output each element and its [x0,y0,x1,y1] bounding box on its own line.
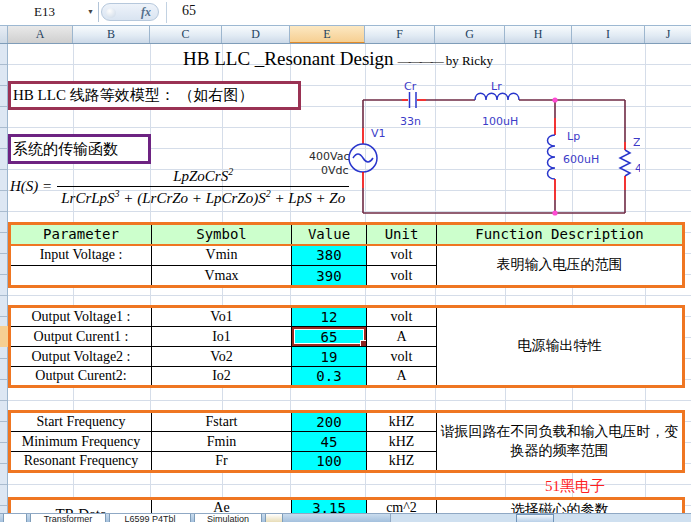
v1-ac-value: 400Vac [309,150,349,163]
cr-value: 33n [400,115,421,128]
lr-inductor-icon [475,93,519,100]
cell-value[interactable]: 45 [292,432,367,452]
pill-ornament [106,8,116,18]
cell-symbol[interactable]: Fmin [152,432,292,452]
insert-worksheet-tab[interactable] [265,514,283,522]
fx-icon[interactable]: fx [141,5,151,20]
cell-description[interactable]: 谐振回路在不同负载和输入电压时，变换器的频率范围 [437,412,684,472]
zo-resistor-icon [620,150,630,176]
cell-param[interactable]: TR Data [10,499,152,514]
column-header-row: A B C D E F G H I J [0,26,691,44]
circuit-node-dot [552,210,557,215]
formula-input[interactable]: 65 [182,3,196,19]
lp-inductor-icon [548,135,556,179]
cell-symbol[interactable]: Fr [152,452,292,472]
header-description[interactable]: Function Description [437,224,684,245]
sheet-tab-l6599[interactable]: L6599 P4Tbl [109,514,191,522]
header-corner[interactable] [0,26,8,43]
cell-symbol[interactable]: Io2 [152,367,292,387]
lr-label: Lr [491,80,502,93]
column-header-c[interactable]: C [150,26,222,43]
column-header-a[interactable]: A [8,26,73,43]
scrollbar-thumb[interactable] [516,514,554,522]
cell-symbol[interactable]: Io1 [152,327,292,347]
cell-value[interactable]: 19 [292,347,367,367]
sheet-tab-transformer[interactable]: Transformer [30,514,106,522]
header-value[interactable]: Value [292,224,367,245]
cell-param[interactable]: Output Voltage1 : [10,307,152,327]
header-unit[interactable]: Unit [367,224,437,245]
name-box-dropdown-icon[interactable]: ▼ [87,8,94,16]
header-symbol[interactable]: Symbol [152,224,292,245]
circuit-node-dot [552,97,557,102]
cell-param[interactable]: Minimum Frequency [10,432,152,452]
cell-symbol[interactable]: Vmax [152,266,292,287]
cell-description[interactable]: 电源输出特性 [437,307,684,387]
column-header-f[interactable]: F [365,26,435,43]
cell-value[interactable]: 100 [292,452,367,472]
v1-label: V1 [371,127,386,140]
sheet-tab-partial[interactable] [3,514,27,522]
sheet-title: HB LLC _Resonant Design ———— by Ricky [138,48,538,70]
column-header-j[interactable]: J [645,26,691,43]
column-header-e[interactable]: E [290,26,365,43]
insert-function-button[interactable]: fx [101,3,159,21]
cell-value[interactable]: 0.3 [292,367,367,387]
lp-label: Lp [567,130,580,143]
name-box[interactable]: E13 ▼ [2,2,99,22]
cell-unit[interactable]: kHZ [367,412,437,432]
lp-value: 600uH [563,153,599,166]
cell-unit[interactable]: volt [367,347,437,367]
cell-unit[interactable]: A [367,367,437,387]
column-header-h[interactable]: H [505,26,572,43]
worksheet-grid[interactable]: HB LLC _Resonant Design ———— by Ricky HB… [8,44,691,513]
cell-unit[interactable]: kHZ [367,452,437,472]
cell-unit[interactable]: volt [367,307,437,327]
cell-value[interactable]: 200 [292,412,367,432]
transfer-function-equation: H(S) = LpZoCrS2 LrCrLpS3 + (LrCrZo + LpC… [10,166,349,207]
title-text: HB LLC _Resonant Design [183,48,394,70]
cell-description[interactable]: 选择磁心的参数 [437,499,684,514]
horizontal-scrollbar[interactable] [390,514,691,522]
cell-unit[interactable]: A [367,327,437,347]
header-parameter[interactable]: Parameter [10,224,152,245]
cell-param[interactable]: Output Voltage2 : [10,347,152,367]
cell-symbol[interactable]: Vmin [152,245,292,266]
column-header-b[interactable]: B [73,26,150,43]
title-author: by Ricky [446,53,493,69]
cell-param[interactable]: Output Curent2: [10,367,152,387]
cell-symbol[interactable]: Fstart [152,412,292,432]
column-header-d[interactable]: D [222,26,290,43]
cell-param[interactable]: Input Voltage : [10,245,152,266]
cell-symbol[interactable]: Vo1 [152,307,292,327]
column-header-g[interactable]: G [435,26,505,43]
cell-param[interactable]: Output Curent1 : [10,327,152,347]
cell-param[interactable]: Start Frequency [10,412,152,432]
cell-symbol[interactable]: Vo2 [152,347,292,367]
sheet-tab-strip: Transformer L6599 P4Tbl Simulation [0,513,691,522]
frequency-table: Start Frequency Fstart 200 kHZ 谐振回路在不同负载… [8,410,685,473]
cell-description[interactable]: 表明输入电压的范围 [437,245,684,287]
equation-lhs: H(S) = [10,178,52,195]
title-dash: ———— [398,53,442,69]
cell-value[interactable]: 3.15 [292,499,367,514]
cell-param[interactable] [10,266,152,287]
cr-label: Cr [404,80,417,93]
selected-cell[interactable]: 65 [292,327,367,347]
cell-value[interactable]: 390 [292,266,367,287]
row-header-sliver[interactable] [0,44,8,513]
cell-unit[interactable]: cm^2 [367,499,437,514]
cell-symbol[interactable]: Ae [152,499,292,514]
cell-unit[interactable]: volt [367,245,437,266]
selected-row-header[interactable] [0,326,8,347]
column-header-i[interactable]: I [572,26,645,43]
formula-bar-divider [166,2,167,23]
cell-value[interactable]: 12 [292,307,367,327]
cell-unit[interactable]: kHZ [367,432,437,452]
cell-unit[interactable]: volt [367,266,437,287]
sheet-tab-simulation[interactable]: Simulation [194,514,262,522]
cell-param[interactable]: Resonant Frequency [10,452,152,472]
cell-value[interactable]: 380 [292,245,367,266]
output-table: Output Voltage1 : Vo1 12 volt 电源输出特性 Out… [8,305,685,388]
transfer-function-callout-box: 系统的传输函数 [8,134,151,164]
